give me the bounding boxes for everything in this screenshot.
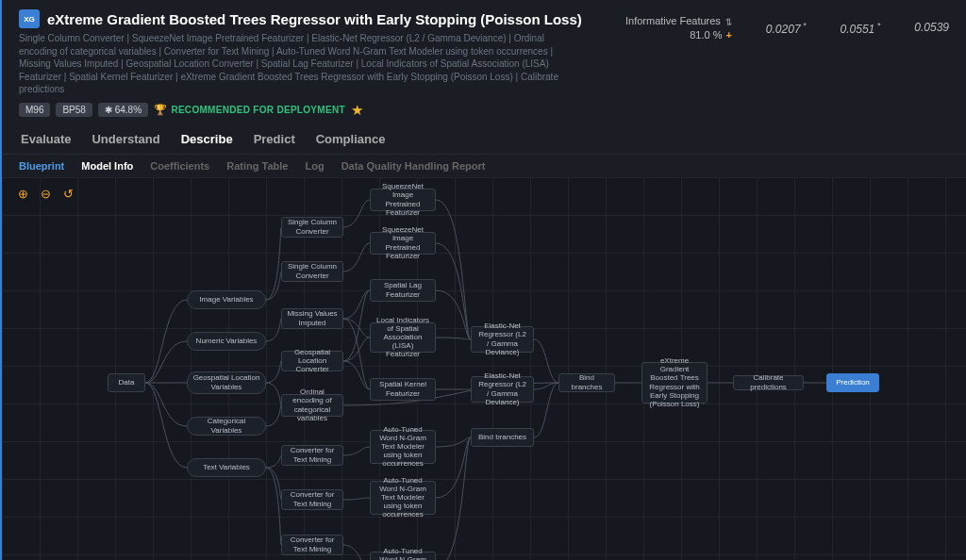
informative-features-value: 81.0 % — [690, 29, 722, 41]
recommended-label: RECOMMENDED FOR DEPLOYMENT — [171, 105, 344, 115]
metric-2: 0.0551 * — [841, 21, 881, 36]
subtab-model-info[interactable]: Model Info — [81, 160, 133, 172]
subtab-blueprint[interactable]: Blueprint — [19, 160, 64, 172]
node-calibrate[interactable]: Calibrate predictions — [733, 375, 804, 390]
tabs-secondary: Blueprint Model Info Coefficients Rating… — [2, 155, 966, 177]
subtab-log[interactable]: Log — [305, 160, 324, 172]
badge-pct: ✱ 64.8% — [98, 103, 148, 117]
node-scc1[interactable]: Single Column Converter — [281, 217, 343, 238]
subtab-rating-table[interactable]: Rating Table — [226, 160, 288, 172]
xgboost-icon: XG — [19, 9, 40, 28]
shuffle-icon: ⇄ — [723, 17, 733, 25]
node-xgb[interactable]: eXtreme Gradient Boosted Trees Regressor… — [641, 362, 708, 404]
node-sq1[interactable]: SqueezeNet Image Pretrained Featurizer — [370, 189, 436, 211]
subtab-dqhr[interactable]: Data Quality Handling Report — [341, 160, 486, 172]
node-atw3[interactable]: Auto-Tuned Word N-Gram Text Modeler usin… — [370, 552, 436, 561]
zoom-in-button[interactable]: ⊕ — [15, 187, 30, 202]
node-mvi[interactable]: Missing Values Imputed — [281, 308, 343, 329]
star-icon[interactable]: ★ — [351, 102, 363, 119]
node-enr1[interactable]: Elastic-Net Regressor (L2 / Gamma Devian… — [471, 326, 534, 353]
node-oec[interactable]: Ordinal encoding of categorical variable… — [281, 394, 343, 417]
node-data[interactable]: Data — [108, 373, 145, 392]
node-bind1[interactable]: Bind branches — [558, 373, 615, 392]
plus-icon[interactable]: + — [725, 29, 731, 41]
recommended-badge: 🏆 RECOMMENDED FOR DEPLOYMENT — [154, 104, 345, 116]
tab-compliance[interactable]: Compliance — [314, 124, 388, 154]
trophy-icon: 🏆 — [154, 104, 167, 116]
tab-predict[interactable]: Predict — [252, 124, 297, 154]
node-atw2[interactable]: Auto-Tuned Word N-Gram Text Modeler usin… — [370, 481, 436, 515]
node-sq2[interactable]: SqueezeNet Image Pretrained Featurizer — [370, 232, 436, 255]
node-ctm1[interactable]: Converter for Text Mining — [281, 445, 343, 466]
informative-features-block: Informative Features⇄ 81.0 %+ — [625, 15, 732, 41]
node-bind2[interactable]: Bind branches — [471, 428, 534, 447]
tab-understand[interactable]: Understand — [90, 124, 161, 154]
node-ctm2[interactable]: Converter for Text Mining — [281, 489, 343, 510]
badge-m: M96 — [19, 103, 50, 117]
node-geospatial-variables[interactable]: Geospatial Location Variables — [187, 371, 266, 394]
tab-describe[interactable]: Describe — [179, 124, 235, 154]
blueprint-canvas[interactable]: ⊕ ⊖ ↺ — [2, 177, 966, 561]
edges-layer — [2, 177, 966, 561]
node-atw1[interactable]: Auto-Tuned Word N-Gram Text Modeler usin… — [370, 430, 436, 464]
node-lisa[interactable]: Local Indicators of Spatial Association … — [370, 322, 436, 353]
model-title: eXtreme Gradient Boosted Trees Regressor… — [47, 11, 582, 27]
informative-features-label: Informative Features — [625, 15, 721, 26]
node-prediction[interactable]: Prediction — [826, 373, 879, 392]
pipeline-description: Single Column Converter | SqueezeNet Ima… — [19, 32, 585, 96]
tab-evaluate[interactable]: Evaluate — [19, 124, 73, 154]
node-enr2[interactable]: Elastic-Net Regressor (L2 / Gamma Devian… — [471, 376, 534, 403]
node-scc2[interactable]: Single Column Converter — [281, 261, 343, 282]
node-glc[interactable]: Geospatial Location Converter — [281, 351, 343, 371]
tabs-primary: Evaluate Understand Describe Predict Com… — [2, 124, 966, 155]
metric-1: 0.0207 * — [766, 21, 807, 36]
metric-3: 0.0539 — [914, 21, 949, 34]
header: XG eXtreme Gradient Boosted Trees Regres… — [2, 0, 966, 124]
node-text-variables[interactable]: Text Variables — [187, 458, 266, 477]
subtab-coefficients[interactable]: Coefficients — [150, 160, 209, 172]
node-numeric-variables[interactable]: Numeric Variables — [187, 332, 266, 351]
node-slf[interactable]: Spatial Lag Featurizer — [370, 279, 436, 302]
node-image-variables[interactable]: Image Variables — [187, 290, 266, 309]
badge-bp: BP58 — [56, 103, 92, 117]
zoom-out-button[interactable]: ⊖ — [38, 187, 53, 202]
node-skf[interactable]: Spatial Kernel Featurizer — [370, 378, 436, 401]
node-ctm3[interactable]: Converter for Text Mining — [281, 535, 343, 555]
node-categorical-variables[interactable]: Categorical Variables — [187, 417, 266, 436]
reset-button[interactable]: ↺ — [60, 187, 75, 202]
